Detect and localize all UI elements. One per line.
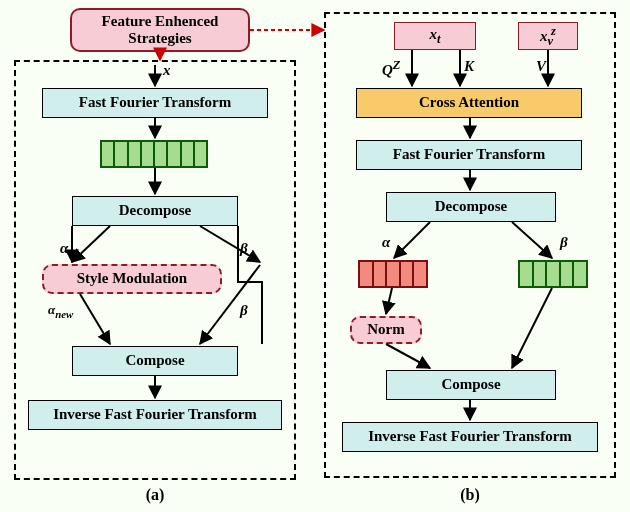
right-beta: β: [560, 234, 568, 251]
left-beta2: β: [240, 302, 248, 319]
right-norm: Norm: [350, 316, 422, 344]
left-alpha: α: [60, 240, 68, 257]
right-xt: xt: [394, 22, 476, 50]
left-fft: Fast Fourier Transform: [42, 88, 268, 118]
left-style-mod: Style Modulation: [42, 264, 222, 294]
frame-b: [324, 12, 616, 478]
caption-a: (a): [14, 486, 296, 504]
title-box: Feature Enhenced Strategies: [70, 8, 250, 52]
left-compose: Compose: [72, 346, 238, 376]
right-red-grid: [358, 260, 428, 288]
right-decompose: Decompose: [386, 192, 556, 222]
left-decompose: Decompose: [72, 196, 238, 226]
title-text: Feature Enhenced Strategies: [72, 13, 248, 48]
right-xv: xvz: [518, 22, 578, 50]
left-alpha-new: αnew: [48, 302, 73, 320]
right-Q: QZ: [382, 58, 400, 79]
right-compose: Compose: [386, 370, 556, 400]
right-ifft: Inverse Fast Fourier Transform: [342, 422, 598, 452]
left-input-label: x: [163, 62, 171, 79]
left-beta: β: [240, 240, 248, 257]
right-green-grid: [518, 260, 588, 288]
right-cross-attn: Cross Attention: [356, 88, 582, 118]
left-ifft: Inverse Fast Fourier Transform: [28, 400, 282, 430]
right-alpha: α: [382, 234, 390, 251]
left-feature-grid: [100, 140, 208, 168]
right-V: V: [536, 58, 546, 75]
caption-b: (b): [324, 486, 616, 504]
right-K: K: [464, 58, 474, 75]
right-fft: Fast Fourier Transform: [356, 140, 582, 170]
